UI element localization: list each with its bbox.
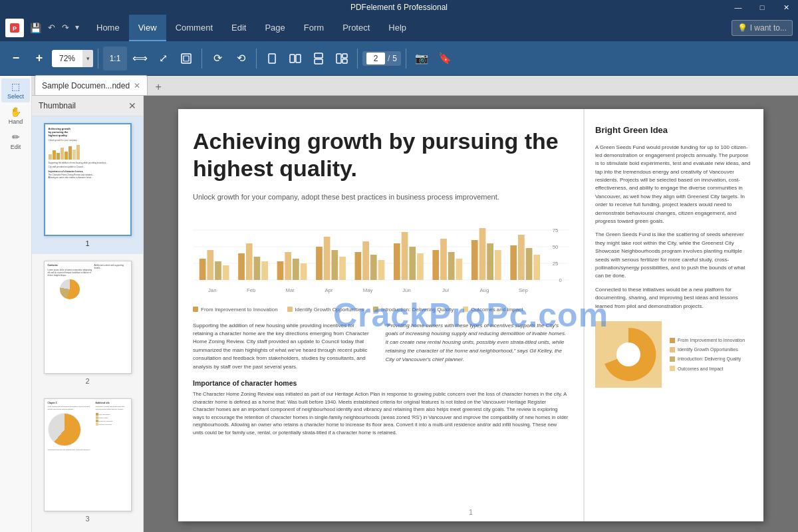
svg-rect-58 — [518, 235, 525, 280]
page-3-preview: Chapter 3 More content and information p… — [44, 398, 132, 511]
tab-comment[interactable]: Comment — [166, 15, 222, 41]
chart-legend: From Improvement to Innovation Identify … — [193, 307, 569, 313]
svg-rect-56 — [495, 250, 501, 280]
svg-rect-48 — [417, 253, 424, 280]
svg-text:Feb: Feb — [247, 287, 256, 293]
svg-rect-31 — [254, 257, 261, 280]
add-tab-button[interactable]: + — [150, 79, 166, 95]
svg-rect-38 — [324, 237, 331, 280]
two-page-button[interactable] — [285, 48, 306, 69]
thumbnail-close-button[interactable]: ✕ — [128, 100, 136, 111]
app-logo: P — [5, 19, 24, 37]
svg-rect-8 — [315, 59, 323, 64]
pdf-page-1: CrackProPc.com Achieving growth by pursu… — [178, 109, 763, 521]
tab-form[interactable]: Form — [295, 15, 333, 41]
svg-rect-42 — [362, 241, 369, 280]
svg-rect-6 — [296, 55, 301, 63]
tab-view[interactable]: View — [129, 15, 166, 41]
svg-text:P: P — [13, 25, 17, 32]
right-section-title: Bright Green Idea — [595, 124, 753, 137]
screenshot-button[interactable]: 📷 — [411, 48, 432, 69]
lightbulb-icon: 💡 — [737, 23, 747, 33]
legend-item-3: Introduction: Delivering Quality — [373, 307, 454, 313]
legend-item-4: Outcomes and Impact — [463, 307, 523, 313]
page-number: 1 — [469, 509, 473, 516]
page-number-input[interactable] — [366, 53, 385, 65]
minimize-button[interactable]: — — [726, 0, 750, 15]
edit-icon: ✏ — [12, 132, 20, 142]
svg-rect-29 — [238, 253, 245, 280]
svg-rect-10 — [342, 54, 347, 58]
pie-chart: From Improvement to Innovation Identify … — [595, 321, 753, 388]
single-page-button[interactable] — [261, 48, 283, 69]
thumbnail-page-1[interactable]: Achieving growthby pursuing thehighest q… — [32, 116, 143, 254]
svg-rect-11 — [342, 59, 347, 63]
page-subtitle: Unlock growth for your company, adopt th… — [193, 192, 569, 203]
page-1-preview: Achieving growthby pursuing thehighest q… — [44, 123, 132, 236]
page-separator: / — [388, 54, 390, 63]
svg-rect-2 — [182, 54, 191, 63]
select-tool[interactable]: ⬚ Select — [1, 78, 30, 102]
svg-rect-28 — [223, 265, 229, 280]
panel-collapse-button[interactable]: ◀ — [143, 304, 144, 324]
maximize-button[interactable]: □ — [750, 0, 774, 15]
zoom-input[interactable]: 72% — [52, 54, 82, 63]
svg-rect-32 — [261, 261, 268, 280]
actual-size-button[interactable]: 1:1 — [103, 47, 127, 70]
fit-width-button[interactable]: ⟺ — [129, 48, 150, 69]
svg-text:Sep: Sep — [519, 287, 528, 293]
tab-help[interactable]: Help — [379, 15, 416, 41]
zoom-selector[interactable]: 72% ▾ — [52, 50, 93, 67]
svg-rect-43 — [370, 255, 377, 280]
svg-rect-4 — [269, 54, 275, 63]
dropdown-icon[interactable]: ▾ — [74, 21, 80, 35]
zoom-dropdown-arrow[interactable]: ▾ — [82, 50, 93, 67]
quick-access-bar: 💾 ↶ ↷ ▾ — [28, 21, 80, 35]
thumbnail-page-3[interactable]: Chapter 3 More content and information p… — [32, 392, 143, 529]
tab-home[interactable]: Home — [87, 15, 129, 41]
hand-tool[interactable]: ✋ Hand — [1, 104, 30, 128]
zoom-out-button[interactable]: − — [5, 48, 27, 69]
right-text-1: A Green Seeds Fund would provide funding… — [595, 144, 753, 226]
tab-page[interactable]: Page — [255, 15, 294, 41]
save-icon[interactable]: 💾 — [28, 21, 43, 35]
legend-item-2: Identify Growth Opportunities — [287, 307, 364, 313]
svg-text:Jul: Jul — [442, 287, 449, 293]
edit-tool[interactable]: ✏ Edit — [1, 129, 30, 153]
rotate-ccw-button[interactable]: ⟲ — [230, 48, 251, 69]
tab-protect[interactable]: Protect — [333, 15, 379, 41]
redo-icon[interactable]: ↷ — [60, 21, 71, 35]
fit-page-button[interactable]: ⤢ — [152, 48, 174, 69]
svg-rect-55 — [487, 243, 493, 280]
document-tab[interactable]: Sample Documen...nded ✕ — [35, 75, 148, 95]
svg-text:25: 25 — [553, 261, 559, 267]
rotate-cw-button[interactable]: ⟳ — [207, 48, 228, 69]
tab-label: Sample Documen...nded — [42, 81, 130, 90]
svg-text:Apr: Apr — [325, 287, 333, 293]
svg-text:May: May — [363, 287, 373, 293]
zoom-in-button[interactable]: + — [29, 48, 50, 69]
page-1-number: 1 — [85, 239, 89, 247]
app-title: PDFelement 6 Professional — [350, 3, 448, 12]
svg-rect-27 — [215, 261, 221, 280]
hand-icon: ✋ — [10, 106, 21, 117]
svg-rect-49 — [432, 250, 439, 280]
full-screen-button[interactable] — [176, 48, 197, 69]
total-pages: 5 — [392, 54, 397, 63]
continuous-button[interactable] — [308, 48, 329, 69]
svg-rect-52 — [456, 259, 463, 280]
search-box[interactable]: 💡 I want to... — [732, 20, 793, 36]
thumbnail-page-2[interactable]: Contents Lorem ipsum dolor sit amet cons… — [32, 254, 143, 392]
fit-width-icon: ⟺ — [132, 52, 148, 65]
svg-rect-41 — [355, 252, 362, 280]
thumbnail-title: Thumbnail — [39, 101, 76, 110]
undo-icon[interactable]: ↶ — [46, 21, 57, 35]
tab-close-button[interactable]: ✕ — [134, 81, 140, 90]
bookmark-button[interactable]: 🔖 — [434, 48, 456, 69]
svg-rect-25 — [200, 259, 206, 280]
svg-rect-51 — [448, 252, 455, 280]
tab-edit[interactable]: Edit — [222, 15, 255, 41]
close-button[interactable]: ✕ — [774, 0, 798, 15]
split-button[interactable] — [331, 48, 352, 69]
svg-rect-40 — [339, 257, 346, 280]
